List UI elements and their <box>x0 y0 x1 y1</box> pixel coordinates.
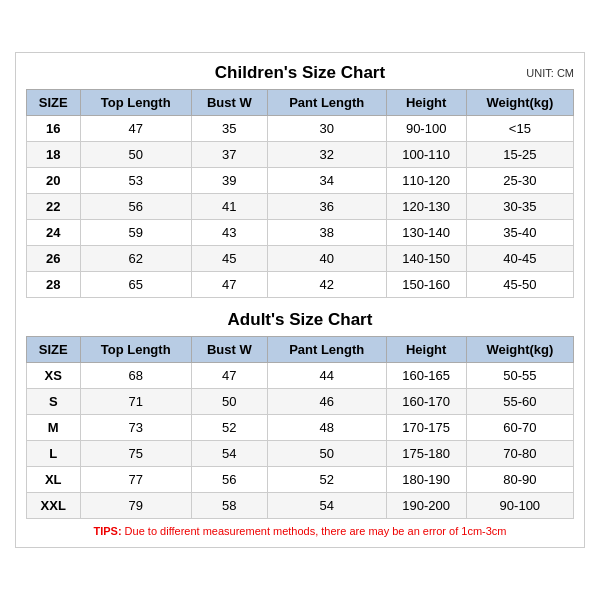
table-cell: 110-120 <box>386 168 466 194</box>
table-cell: 42 <box>267 272 386 298</box>
table-cell: 58 <box>191 493 267 519</box>
children-table: SIZE Top Length Bust W Pant Length Heigh… <box>26 89 574 298</box>
table-row: 20533934110-12025-30 <box>27 168 574 194</box>
table-row: 18503732100-11015-25 <box>27 142 574 168</box>
table-cell: 120-130 <box>386 194 466 220</box>
table-row: 28654742150-16045-50 <box>27 272 574 298</box>
table-cell: 25-30 <box>466 168 573 194</box>
table-row: 26624540140-15040-45 <box>27 246 574 272</box>
table-cell: 79 <box>80 493 191 519</box>
table-cell: 62 <box>80 246 191 272</box>
adults-col-size: SIZE <box>27 337 81 363</box>
table-cell: 18 <box>27 142 81 168</box>
table-cell: 34 <box>267 168 386 194</box>
table-cell: 77 <box>80 467 191 493</box>
adults-title-row: Adult's Size Chart <box>26 310 574 330</box>
table-cell: 32 <box>267 142 386 168</box>
children-title: Children's Size Chart <box>215 63 385 83</box>
table-cell: 71 <box>80 389 191 415</box>
table-cell: 70-80 <box>466 441 573 467</box>
table-cell: 160-170 <box>386 389 466 415</box>
table-cell: S <box>27 389 81 415</box>
table-cell: 52 <box>191 415 267 441</box>
table-row: XXL795854190-20090-100 <box>27 493 574 519</box>
table-cell: 50 <box>267 441 386 467</box>
table-cell: M <box>27 415 81 441</box>
table-row: XL775652180-19080-90 <box>27 467 574 493</box>
table-cell: 130-140 <box>386 220 466 246</box>
unit-label: UNIT: CM <box>526 67 574 79</box>
adults-header-row: SIZE Top Length Bust W Pant Length Heigh… <box>27 337 574 363</box>
table-cell: 55-60 <box>466 389 573 415</box>
table-cell: XXL <box>27 493 81 519</box>
table-row: L755450175-18070-80 <box>27 441 574 467</box>
adults-col-bust: Bust W <box>191 337 267 363</box>
table-cell: 90-100 <box>386 116 466 142</box>
table-cell: 26 <box>27 246 81 272</box>
table-cell: 45 <box>191 246 267 272</box>
table-cell: 75 <box>80 441 191 467</box>
table-cell: 80-90 <box>466 467 573 493</box>
table-cell: 53 <box>80 168 191 194</box>
table-cell: 45-50 <box>466 272 573 298</box>
adults-col-pant: Pant Length <box>267 337 386 363</box>
table-cell: 68 <box>80 363 191 389</box>
table-cell: 73 <box>80 415 191 441</box>
children-col-top-length: Top Length <box>80 90 191 116</box>
table-cell: 47 <box>191 363 267 389</box>
table-cell: 47 <box>191 272 267 298</box>
table-cell: 56 <box>191 467 267 493</box>
table-cell: 100-110 <box>386 142 466 168</box>
tips-text: Due to different measurement methods, th… <box>122 525 507 537</box>
table-row: S715046160-17055-60 <box>27 389 574 415</box>
table-cell: 65 <box>80 272 191 298</box>
table-cell: 50 <box>80 142 191 168</box>
table-row: 1647353090-100<15 <box>27 116 574 142</box>
table-cell: 48 <box>267 415 386 441</box>
table-cell: 22 <box>27 194 81 220</box>
table-cell: 36 <box>267 194 386 220</box>
table-cell: 15-25 <box>466 142 573 168</box>
children-header-row: SIZE Top Length Bust W Pant Length Heigh… <box>27 90 574 116</box>
table-row: XS684744160-16550-55 <box>27 363 574 389</box>
table-cell: 52 <box>267 467 386 493</box>
adults-col-height: Height <box>386 337 466 363</box>
table-cell: 39 <box>191 168 267 194</box>
table-cell: 175-180 <box>386 441 466 467</box>
table-cell: 170-175 <box>386 415 466 441</box>
table-cell: 160-165 <box>386 363 466 389</box>
table-cell: XS <box>27 363 81 389</box>
chart-wrapper: Children's Size Chart UNIT: CM SIZE Top … <box>15 52 585 548</box>
table-cell: 60-70 <box>466 415 573 441</box>
table-cell: 50-55 <box>466 363 573 389</box>
table-row: 24594338130-14035-40 <box>27 220 574 246</box>
table-cell: 54 <box>191 441 267 467</box>
children-col-pant: Pant Length <box>267 90 386 116</box>
table-cell: 24 <box>27 220 81 246</box>
children-col-weight: Weight(kg) <box>466 90 573 116</box>
table-cell: 47 <box>80 116 191 142</box>
table-cell: 140-150 <box>386 246 466 272</box>
table-cell: 30-35 <box>466 194 573 220</box>
table-cell: 35-40 <box>466 220 573 246</box>
table-cell: 41 <box>191 194 267 220</box>
table-cell: 44 <box>267 363 386 389</box>
adults-table: SIZE Top Length Bust W Pant Length Heigh… <box>26 336 574 519</box>
table-cell: 20 <box>27 168 81 194</box>
adults-title: Adult's Size Chart <box>228 310 373 330</box>
table-cell: 54 <box>267 493 386 519</box>
table-cell: 90-100 <box>466 493 573 519</box>
tips-label: TIPS: <box>93 525 121 537</box>
table-cell: 43 <box>191 220 267 246</box>
adults-col-top-length: Top Length <box>80 337 191 363</box>
tips-row: TIPS: Due to different measurement metho… <box>26 525 574 537</box>
table-cell: 37 <box>191 142 267 168</box>
table-cell: 56 <box>80 194 191 220</box>
table-cell: 59 <box>80 220 191 246</box>
table-row: M735248170-17560-70 <box>27 415 574 441</box>
table-cell: 35 <box>191 116 267 142</box>
table-cell: 190-200 <box>386 493 466 519</box>
children-col-height: Height <box>386 90 466 116</box>
table-cell: 46 <box>267 389 386 415</box>
table-cell: 40-45 <box>466 246 573 272</box>
